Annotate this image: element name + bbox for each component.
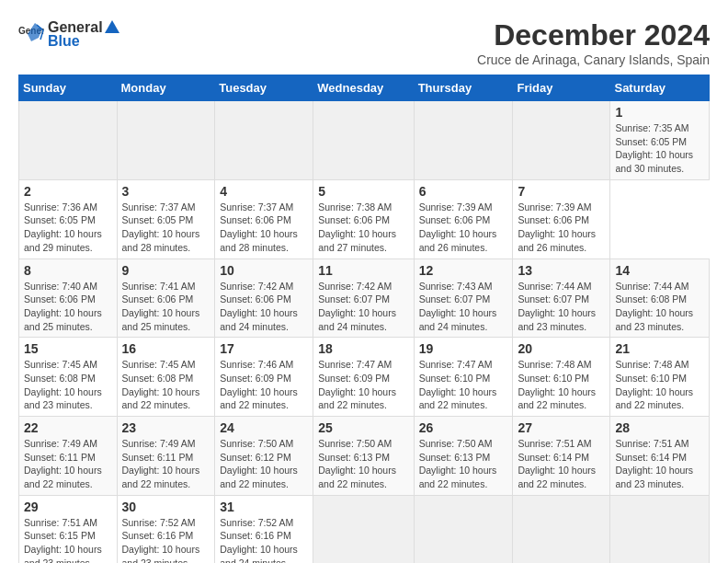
calendar-cell: 18Sunrise: 7:47 AM Sunset: 6:09 PM Dayli… <box>313 338 414 417</box>
logo-icon: General <box>18 21 44 47</box>
calendar-cell: 2Sunrise: 7:36 AM Sunset: 6:05 PM Daylig… <box>19 179 118 259</box>
calendar-cell <box>117 101 215 180</box>
calendar-cell: 17Sunrise: 7:46 AM Sunset: 6:09 PM Dayli… <box>215 338 313 417</box>
day-number: 29 <box>24 500 112 514</box>
calendar-cell <box>414 101 513 180</box>
calendar-body: 1Sunrise: 7:35 AM Sunset: 6:05 PM Daylig… <box>19 101 710 564</box>
day-info: Sunrise: 7:45 AM Sunset: 6:08 PM Dayligh… <box>122 359 200 410</box>
calendar-cell: 7Sunrise: 7:39 AM Sunset: 6:06 PM Daylig… <box>513 179 610 259</box>
calendar-row-6: 29Sunrise: 7:51 AM Sunset: 6:15 PM Dayli… <box>19 495 710 563</box>
calendar-cell: 28Sunrise: 7:51 AM Sunset: 6:14 PM Dayli… <box>610 417 710 496</box>
day-number: 10 <box>220 263 308 278</box>
calendar-row-3: 8Sunrise: 7:40 AM Sunset: 6:06 PM Daylig… <box>19 259 710 338</box>
calendar-cell: 27Sunrise: 7:51 AM Sunset: 6:14 PM Dayli… <box>513 417 610 496</box>
day-number: 1 <box>615 105 704 120</box>
calendar-row-1: 1Sunrise: 7:35 AM Sunset: 6:05 PM Daylig… <box>19 101 710 180</box>
calendar-cell <box>513 495 610 563</box>
calendar-cell: 10Sunrise: 7:42 AM Sunset: 6:06 PM Dayli… <box>215 259 313 338</box>
calendar-header: SundayMondayTuesdayWednesdayThursdayFrid… <box>19 75 710 101</box>
day-number: 28 <box>615 420 704 435</box>
calendar-cell: 5Sunrise: 7:38 AM Sunset: 6:06 PM Daylig… <box>313 179 414 259</box>
day-number: 18 <box>318 341 408 356</box>
day-number: 2 <box>24 184 112 199</box>
day-info: Sunrise: 7:45 AM Sunset: 6:08 PM Dayligh… <box>24 359 102 410</box>
day-info: Sunrise: 7:47 AM Sunset: 6:10 PM Dayligh… <box>419 359 497 410</box>
calendar-cell: 9Sunrise: 7:41 AM Sunset: 6:06 PM Daylig… <box>117 259 215 338</box>
calendar-cell: 4Sunrise: 7:37 AM Sunset: 6:06 PM Daylig… <box>215 179 313 259</box>
day-info: Sunrise: 7:39 AM Sunset: 6:06 PM Dayligh… <box>518 201 596 253</box>
day-number: 8 <box>24 263 112 278</box>
header-day-saturday: Saturday <box>610 75 710 101</box>
svg-marker-1 <box>105 20 119 33</box>
calendar-table: SundayMondayTuesdayWednesdayThursdayFrid… <box>18 75 710 563</box>
day-info: Sunrise: 7:44 AM Sunset: 6:08 PM Dayligh… <box>615 281 693 332</box>
day-info: Sunrise: 7:49 AM Sunset: 6:11 PM Dayligh… <box>24 438 102 489</box>
header-row: SundayMondayTuesdayWednesdayThursdayFrid… <box>19 75 710 101</box>
day-info: Sunrise: 7:38 AM Sunset: 6:06 PM Dayligh… <box>318 201 396 253</box>
subtitle: Cruce de Arinaga, Canary Islands, Spain <box>477 52 710 67</box>
calendar-cell: 22Sunrise: 7:49 AM Sunset: 6:11 PM Dayli… <box>19 417 118 496</box>
day-number: 21 <box>615 341 704 356</box>
day-info: Sunrise: 7:48 AM Sunset: 6:10 PM Dayligh… <box>615 359 693 410</box>
day-number: 20 <box>518 341 605 356</box>
calendar-cell <box>414 495 513 563</box>
calendar-cell: 11Sunrise: 7:42 AM Sunset: 6:07 PM Dayli… <box>313 259 414 338</box>
calendar-cell <box>19 101 118 180</box>
day-number: 5 <box>318 184 408 199</box>
calendar-cell: 21Sunrise: 7:48 AM Sunset: 6:10 PM Dayli… <box>610 338 710 417</box>
day-info: Sunrise: 7:40 AM Sunset: 6:06 PM Dayligh… <box>24 281 102 332</box>
calendar-cell <box>313 101 414 180</box>
calendar-cell <box>513 101 610 180</box>
day-info: Sunrise: 7:48 AM Sunset: 6:10 PM Dayligh… <box>518 359 596 410</box>
day-number: 14 <box>615 263 704 278</box>
calendar-row-2: 2Sunrise: 7:36 AM Sunset: 6:05 PM Daylig… <box>19 179 710 259</box>
calendar-cell: 1Sunrise: 7:35 AM Sunset: 6:05 PM Daylig… <box>610 101 710 180</box>
day-number: 27 <box>518 420 605 435</box>
calendar-row-5: 22Sunrise: 7:49 AM Sunset: 6:11 PM Dayli… <box>19 417 710 496</box>
calendar-row-4: 15Sunrise: 7:45 AM Sunset: 6:08 PM Dayli… <box>19 338 710 417</box>
day-number: 4 <box>220 184 308 199</box>
calendar-cell: 15Sunrise: 7:45 AM Sunset: 6:08 PM Dayli… <box>19 338 118 417</box>
calendar-cell: 20Sunrise: 7:48 AM Sunset: 6:10 PM Dayli… <box>513 338 610 417</box>
header-day-tuesday: Tuesday <box>215 75 313 101</box>
day-info: Sunrise: 7:44 AM Sunset: 6:07 PM Dayligh… <box>518 281 596 332</box>
calendar-cell: 8Sunrise: 7:40 AM Sunset: 6:06 PM Daylig… <box>19 259 118 338</box>
day-number: 24 <box>220 420 308 435</box>
day-info: Sunrise: 7:37 AM Sunset: 6:05 PM Dayligh… <box>122 201 200 253</box>
day-info: Sunrise: 7:39 AM Sunset: 6:06 PM Dayligh… <box>419 201 497 253</box>
calendar-cell: 12Sunrise: 7:43 AM Sunset: 6:07 PM Dayli… <box>414 259 513 338</box>
header-day-thursday: Thursday <box>414 75 513 101</box>
calendar-cell: 6Sunrise: 7:39 AM Sunset: 6:06 PM Daylig… <box>414 179 513 259</box>
header-day-sunday: Sunday <box>19 75 118 101</box>
calendar-cell: 14Sunrise: 7:44 AM Sunset: 6:08 PM Dayli… <box>610 259 710 338</box>
day-number: 17 <box>220 341 308 356</box>
header-day-monday: Monday <box>117 75 215 101</box>
day-number: 11 <box>318 263 408 278</box>
calendar-cell: 29Sunrise: 7:51 AM Sunset: 6:15 PM Dayli… <box>19 495 118 563</box>
day-info: Sunrise: 7:52 AM Sunset: 6:16 PM Dayligh… <box>122 517 200 563</box>
day-number: 3 <box>122 184 210 199</box>
calendar-cell: 26Sunrise: 7:50 AM Sunset: 6:13 PM Dayli… <box>414 417 513 496</box>
day-number: 9 <box>122 263 210 278</box>
day-info: Sunrise: 7:46 AM Sunset: 6:09 PM Dayligh… <box>220 359 298 410</box>
day-number: 6 <box>419 184 508 199</box>
day-info: Sunrise: 7:37 AM Sunset: 6:06 PM Dayligh… <box>220 201 298 253</box>
header-day-wednesday: Wednesday <box>313 75 414 101</box>
page-header: General General Blue December 2024 Cruce… <box>18 18 710 67</box>
logo: General General Blue <box>18 18 121 50</box>
day-number: 23 <box>122 420 210 435</box>
calendar-cell: 19Sunrise: 7:47 AM Sunset: 6:10 PM Dayli… <box>414 338 513 417</box>
day-number: 30 <box>122 500 210 514</box>
calendar-cell: 16Sunrise: 7:45 AM Sunset: 6:08 PM Dayli… <box>117 338 215 417</box>
day-info: Sunrise: 7:50 AM Sunset: 6:12 PM Dayligh… <box>220 438 298 489</box>
day-info: Sunrise: 7:36 AM Sunset: 6:05 PM Dayligh… <box>24 201 102 253</box>
day-info: Sunrise: 7:41 AM Sunset: 6:06 PM Dayligh… <box>122 281 200 332</box>
calendar-cell: 23Sunrise: 7:49 AM Sunset: 6:11 PM Dayli… <box>117 417 215 496</box>
day-number: 12 <box>419 263 508 278</box>
logo-triangle-icon <box>103 18 121 37</box>
day-info: Sunrise: 7:51 AM Sunset: 6:14 PM Dayligh… <box>615 438 693 489</box>
day-number: 25 <box>318 420 408 435</box>
day-info: Sunrise: 7:51 AM Sunset: 6:14 PM Dayligh… <box>518 438 596 489</box>
calendar-cell: 3Sunrise: 7:37 AM Sunset: 6:05 PM Daylig… <box>117 179 215 259</box>
calendar-cell: 24Sunrise: 7:50 AM Sunset: 6:12 PM Dayli… <box>215 417 313 496</box>
